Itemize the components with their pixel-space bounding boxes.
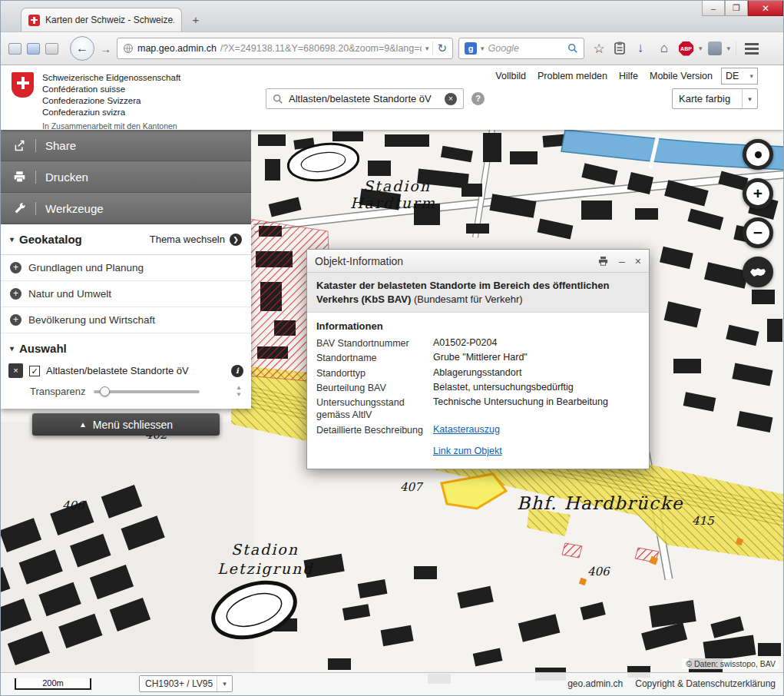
chevron-right-icon: ❯ bbox=[230, 234, 242, 246]
slider-knob[interactable] bbox=[100, 386, 110, 396]
browser-window: Karten der Schweiz - Schweize... + – ❐ ✕… bbox=[0, 0, 784, 696]
map-style-select[interactable]: Karte farbig ▾ bbox=[672, 88, 758, 109]
field-label: Detaillierte Beschreibung bbox=[316, 424, 433, 436]
maximize-button[interactable]: ❐ bbox=[725, 1, 748, 16]
search-engine-dropdown-icon[interactable]: ▾ bbox=[481, 45, 485, 52]
geocatalog-toggle[interactable]: ▾ Geokatalog bbox=[10, 233, 82, 246]
overview-switzerland-button[interactable] bbox=[743, 257, 773, 287]
home-icon[interactable]: ⌂ bbox=[655, 41, 673, 56]
move-up-icon[interactable]: ▲ bbox=[236, 385, 242, 391]
tools-menu-item[interactable]: Werkzeuge bbox=[1, 193, 251, 224]
share-menu-item[interactable]: Share bbox=[1, 130, 251, 161]
copyright-link[interactable]: Copyright & Datenschutzerklärung bbox=[635, 678, 776, 689]
back-button[interactable]: ← bbox=[70, 36, 94, 61]
print-menu-item[interactable]: Drucken bbox=[1, 161, 251, 193]
popup-minimize-icon[interactable]: – bbox=[619, 256, 625, 267]
tab-favicon-swiss-cross bbox=[28, 15, 40, 26]
browser-tab[interactable]: Karten der Schweiz - Schweize... bbox=[21, 8, 182, 31]
org-line-4: Confederaziun svizra bbox=[42, 107, 180, 118]
field-row: Standorttyp Ablagerungsstandort bbox=[316, 367, 640, 379]
layer-checkbox[interactable]: ✓ bbox=[29, 366, 40, 376]
transparency-slider[interactable] bbox=[94, 390, 200, 393]
extension-dropdown-icon[interactable]: ▾ bbox=[727, 45, 731, 52]
selection-toggle[interactable]: ▾ Auswahl bbox=[1, 333, 251, 360]
layer-label: Altlasten/belastete Standorte öV bbox=[46, 365, 225, 376]
popup-print-icon[interactable] bbox=[597, 256, 609, 267]
bookmark-star-icon[interactable]: ☆ bbox=[590, 41, 608, 57]
close-button[interactable]: ✕ bbox=[748, 1, 783, 16]
adblock-dropdown-icon[interactable]: ▾ bbox=[699, 45, 703, 52]
move-down-icon[interactable]: ▼ bbox=[236, 392, 242, 398]
urlbar-divider bbox=[432, 41, 433, 55]
link-mobile-version[interactable]: Mobile Version bbox=[650, 71, 713, 81]
object-link[interactable]: Link zum Objekt bbox=[433, 446, 502, 456]
forward-button[interactable]: → bbox=[100, 42, 111, 55]
projection-caret-icon: ▾ bbox=[217, 676, 232, 691]
catalog-item-bevoelkerung[interactable]: + Bevölkerung und Wirtschaft bbox=[1, 307, 251, 333]
geolocate-button[interactable] bbox=[743, 139, 773, 170]
search-engine-icon[interactable]: g bbox=[465, 42, 477, 55]
globe-icon bbox=[123, 43, 134, 54]
language-select[interactable]: DE ▾ bbox=[721, 68, 758, 85]
geoadmin-link[interactable]: geo.admin.ch bbox=[567, 678, 623, 689]
extension-icon[interactable] bbox=[708, 41, 722, 55]
popup-title: Objekt-Information bbox=[315, 255, 403, 267]
collapse-up-icon: ▲ bbox=[79, 420, 87, 429]
minimize-button[interactable]: – bbox=[702, 1, 725, 16]
toolbar-shortcut-icon-3[interactable] bbox=[45, 43, 58, 55]
field-row: Standortname Grube "Mittlerer Hard" bbox=[316, 352, 640, 364]
title-bar[interactable]: Karten der Schweiz - Schweize... + – ❐ ✕ bbox=[1, 1, 783, 31]
selection-caret-icon: ▾ bbox=[10, 344, 14, 353]
back-icon: ← bbox=[76, 41, 88, 55]
link-hilfe[interactable]: Hilfe bbox=[619, 71, 638, 81]
catalog-item-grundlagen[interactable]: + Grundlagen und Planung bbox=[1, 255, 251, 281]
layer-info-icon[interactable]: i bbox=[231, 365, 243, 377]
link-vollbild[interactable]: Vollbild bbox=[495, 71, 526, 81]
federal-logo[interactable]: Schweizerische Eidgenossenschaft Confédé… bbox=[12, 72, 180, 131]
close-menu-button[interactable]: ▲ Menü schliessen bbox=[32, 413, 220, 436]
catalog-item-label: Bevölkerung und Wirtschaft bbox=[28, 314, 155, 326]
search-icon bbox=[273, 94, 283, 104]
adblock-icon[interactable]: ABP bbox=[679, 41, 693, 56]
page-content: Stadion Hardturm Bhf. Hardbrücke Stadion… bbox=[1, 65, 783, 695]
catalog-item-label: Grundlagen und Planung bbox=[28, 262, 144, 273]
label-stadion-letzigrund-1: Stadion bbox=[231, 541, 299, 558]
urlbar-dropdown-icon[interactable]: ▾ bbox=[425, 45, 429, 52]
expand-plus-icon: + bbox=[10, 314, 22, 326]
reload-icon[interactable]: ↻ bbox=[437, 41, 447, 55]
zoom-in-button[interactable]: + bbox=[743, 178, 773, 209]
link-problem-melden[interactable]: Problem melden bbox=[538, 71, 607, 81]
projection-select[interactable]: CH1903+ / LV95 ▾ bbox=[139, 675, 233, 692]
search-help-icon[interactable]: ? bbox=[471, 92, 485, 105]
zoom-out-button[interactable]: − bbox=[743, 217, 773, 248]
close-menu-label: Menü schliessen bbox=[93, 419, 173, 431]
layer-reorder-arrows[interactable]: ▲ ▼ bbox=[236, 385, 242, 398]
new-tab-button[interactable]: + bbox=[185, 10, 207, 29]
bookmarks-menu-icon[interactable] bbox=[614, 41, 626, 55]
change-theme-button[interactable]: Thema wechseln ❯ bbox=[150, 234, 242, 246]
remove-layer-button[interactable]: × bbox=[8, 363, 23, 378]
url-bar[interactable]: map.geo.admin.ch/?X=249138.11&Y=680698.2… bbox=[117, 38, 453, 59]
menu-icon[interactable] bbox=[742, 38, 762, 58]
browser-search-box[interactable]: g ▾ Google bbox=[458, 38, 584, 59]
geocatalog-title: Geokatalog bbox=[19, 233, 82, 246]
popup-close-icon[interactable]: × bbox=[635, 256, 641, 267]
field-row: BAV Standortnummer A01502-P0204 bbox=[316, 337, 640, 350]
downloads-icon[interactable]: ↓ bbox=[631, 41, 650, 56]
geocatalog-caret-icon: ▾ bbox=[10, 235, 14, 244]
transparency-row: Transparenz ▲ ▼ bbox=[1, 379, 251, 409]
kataster-auszug-link[interactable]: Katasterauszug bbox=[433, 424, 500, 436]
map-search-input[interactable]: Altlasten/belastete Standorte öV × bbox=[266, 88, 464, 109]
window-controls: – ❐ ✕ bbox=[702, 1, 783, 16]
clear-search-icon[interactable]: × bbox=[445, 93, 457, 105]
catalog-item-natur[interactable]: + Natur und Umwelt bbox=[1, 281, 251, 307]
expand-plus-icon: + bbox=[10, 288, 22, 300]
field-value: Belastet, untersuchungsbedürftig bbox=[433, 382, 574, 394]
dataset-source: (Bundesamt für Verkehr) bbox=[414, 293, 523, 305]
toolbar-shortcut-icon-2[interactable] bbox=[27, 43, 40, 55]
projection-value: CH1903+ / LV95 bbox=[145, 678, 213, 689]
popup-header[interactable]: Objekt-Information – × bbox=[307, 250, 649, 273]
search-go-icon[interactable] bbox=[567, 43, 578, 54]
field-label: Beurteilung BAV bbox=[316, 382, 433, 394]
toolbar-shortcut-icon-1[interactable] bbox=[8, 43, 22, 55]
